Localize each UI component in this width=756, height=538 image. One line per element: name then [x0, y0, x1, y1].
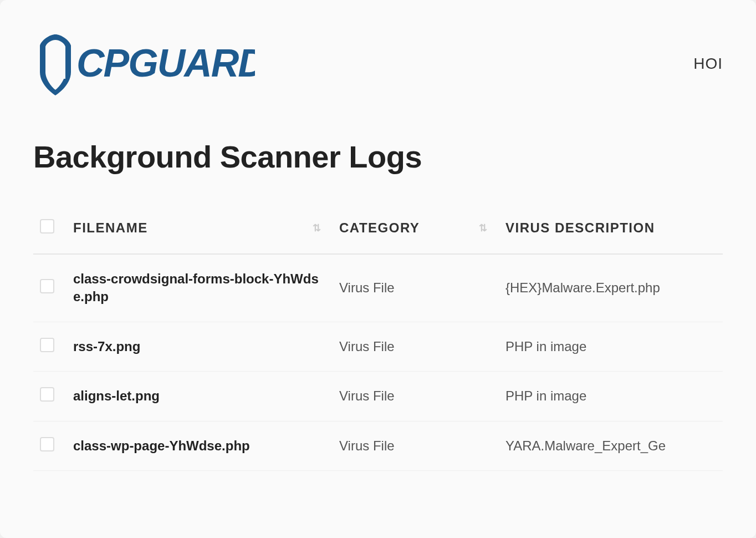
- svg-rect-1: [55, 65, 65, 79]
- row-checkbox[interactable]: [40, 387, 54, 402]
- filename-cell[interactable]: class-wp-page-YhWdse.php: [67, 421, 333, 470]
- header-category-label: CATEGORY: [339, 220, 420, 235]
- row-checkbox[interactable]: [40, 279, 54, 293]
- table-row: aligns-let.png Virus File PHP in image: [33, 372, 723, 421]
- table-header-row: FILENAME ⇅ CATEGORY ⇅ VIRUS DESCRIPTION: [33, 202, 723, 254]
- category-cell: Virus File: [333, 322, 499, 371]
- select-all-checkbox[interactable]: [40, 219, 54, 234]
- filename-cell[interactable]: class-crowdsignal-forms-block-YhWdse.php: [67, 254, 333, 322]
- header-select-all: [33, 202, 67, 254]
- scanner-logs-table: FILENAME ⇅ CATEGORY ⇅ VIRUS DESCRIPTION …: [33, 202, 723, 471]
- filename-cell[interactable]: aligns-let.png: [67, 372, 333, 421]
- virus-cell: {HEX}Malware.Expert.php: [499, 254, 723, 322]
- row-checkbox[interactable]: [40, 338, 54, 352]
- sort-icon: ⇅: [479, 222, 488, 234]
- table-row: class-crowdsignal-forms-block-YhWdse.php…: [33, 254, 723, 322]
- page-title: Background Scanner Logs: [0, 122, 756, 202]
- header-category[interactable]: CATEGORY ⇅: [333, 202, 499, 254]
- filename-cell[interactable]: rss-7x.png: [67, 322, 333, 371]
- row-checkbox[interactable]: [40, 437, 54, 451]
- category-cell: Virus File: [333, 372, 499, 421]
- header-filename[interactable]: FILENAME ⇅: [67, 202, 333, 254]
- header-filename-label: FILENAME: [73, 220, 148, 235]
- header-virus[interactable]: VIRUS DESCRIPTION: [499, 202, 723, 254]
- logo[interactable]: CPGUARD: [33, 28, 255, 100]
- svg-text:CPGUARD: CPGUARD: [76, 42, 255, 85]
- svg-rect-0: [45, 47, 55, 65]
- virus-cell: PHP in image: [499, 372, 723, 421]
- header-virus-label: VIRUS DESCRIPTION: [505, 220, 655, 235]
- cpguard-logo-icon: CPGUARD: [33, 28, 255, 100]
- table-container: FILENAME ⇅ CATEGORY ⇅ VIRUS DESCRIPTION …: [0, 202, 756, 471]
- table-row: class-wp-page-YhWdse.php Virus File YARA…: [33, 421, 723, 470]
- virus-cell: YARA.Malware_Expert_Ge: [499, 421, 723, 470]
- header: CPGUARD HOI: [0, 0, 756, 122]
- nav-home[interactable]: HOI: [693, 55, 723, 73]
- category-cell: Virus File: [333, 254, 499, 322]
- page-container: CPGUARD HOI Background Scanner Logs FILE…: [0, 0, 756, 538]
- sort-icon: ⇅: [313, 222, 322, 234]
- virus-cell: PHP in image: [499, 322, 723, 371]
- category-cell: Virus File: [333, 421, 499, 470]
- table-row: rss-7x.png Virus File PHP in image: [33, 322, 723, 371]
